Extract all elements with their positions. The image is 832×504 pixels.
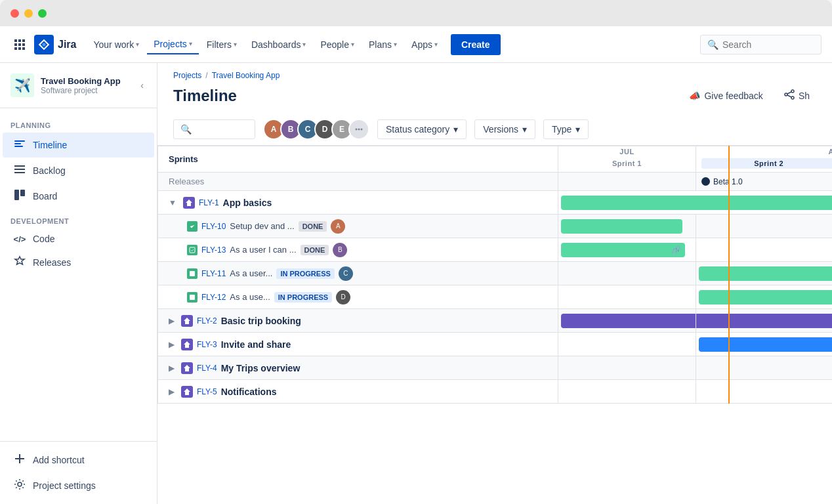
row-fly1: ▼ FLY-1 App basics [158,191,833,215]
fly1-expand-icon[interactable]: ▼ [169,198,177,207]
fly2-label-row: ▶ FLY-2 Basic trip booking [169,315,547,327]
chevron-icon: ▾ [136,41,139,48]
svg-rect-6 [14,47,17,50]
timeline-search[interactable]: 🔍 [173,119,255,139]
fly13-status: DONE [301,245,329,255]
fly10-key: FLY-10 [201,222,226,231]
share-button[interactable]: Sh [778,85,816,106]
nav-filters[interactable]: Filters ▾ [200,35,243,54]
sidebar-item-releases[interactable]: Releases [3,250,154,275]
close-button[interactable] [10,9,19,18]
project-header: ✈️ Travel Booking App Software project ‹ [0,63,157,108]
sidebar-item-project-settings[interactable]: Project settings [3,473,154,498]
fly1-epic-icon [183,197,195,209]
avatar-group-more[interactable] [348,119,369,140]
fly4-key: FLY-4 [197,364,217,373]
search-box[interactable]: 🔍 [700,35,822,54]
search-icon: 🔍 [180,124,192,135]
nav-dashboards[interactable]: Dashboards ▾ [245,35,313,54]
create-button[interactable]: Create [451,34,501,55]
nav-apps[interactable]: Apps ▾ [405,35,444,54]
breadcrumb-projects[interactable]: Projects [173,71,201,80]
sidebar-item-timeline[interactable]: Timeline [3,133,154,158]
fly11-avatar: C [339,266,353,281]
sidebar-item-backlog[interactable]: Backlog [3,158,154,183]
row-fly10: FLY-10 Setup dev and ... DONE A [158,215,833,238]
share-icon [784,89,795,102]
breadcrumb: Projects / Travel Booking App [157,63,832,83]
fly4-title: My Trips overview [221,363,301,373]
jira-logo-text: Jira [58,39,76,51]
type-filter[interactable]: Type ▾ [543,119,589,139]
filter-bar: 🔍 A B C D E Status category ▾ Versions [157,114,832,146]
sidebar-item-board[interactable]: Board [3,184,154,209]
timeline-container[interactable]: Sprints JUL Sprint 1 AUG [157,146,832,504]
backlog-icon [13,163,26,178]
nav-projects[interactable]: Projects ▾ [147,35,199,54]
timeline-icon [13,138,26,152]
svg-rect-10 [14,140,25,142]
jira-logo[interactable]: Jira [34,35,76,54]
give-feedback-button[interactable]: 📣 Give feedback [682,87,770,105]
svg-point-9 [43,43,46,46]
svg-rect-1 [18,39,21,42]
svg-point-28 [361,129,363,131]
svg-line-24 [787,92,791,94]
sprint-1-label: Sprint 1 [564,158,690,169]
add-shortcut-icon [13,453,26,467]
fly10-label-row: FLY-10 Setup dev and ... DONE A [187,219,547,234]
versions-filter[interactable]: Versions ▾ [474,119,535,139]
svg-point-20 [18,482,22,486]
grid-icon[interactable] [10,37,29,52]
jul-header: JUL Sprint 1 [558,146,696,173]
fly13-empty [696,238,833,262]
jira-logo-icon [34,35,54,54]
timeline-search-input[interactable] [196,125,248,135]
sidebar-collapse-button[interactable]: ‹ [138,77,146,93]
fly11-label-cell: FLY-11 As a user... IN PROGRESS C [158,262,558,285]
fly5-bar-aug [696,380,833,404]
svg-rect-4 [18,43,21,46]
sidebar-item-add-shortcut[interactable]: Add shortcut [3,448,154,472]
status-category-filter[interactable]: Status category ▾ [377,119,467,139]
top-navigation: Jira Your work ▾ Projects ▾ Filters ▾ Da… [0,26,832,63]
minimize-button[interactable] [24,9,33,18]
sprints-header: Sprints [158,146,558,173]
release-beta1: Beta 1.0 [701,177,832,186]
aug-header: AUG Sprint 2 Sprint 3 [696,146,833,173]
svg-point-23 [791,96,794,99]
nav-people[interactable]: People ▾ [314,35,361,54]
search-input[interactable] [722,39,814,50]
fly13-key: FLY-13 [201,245,226,255]
row-fly4: ▶ FLY-4 My Trips overview [158,356,833,380]
fly4-expand-icon[interactable]: ▶ [169,364,175,373]
avatar-group: A B C D E [263,119,369,140]
fly10-avatar: A [331,219,345,234]
development-section-label: DEVELOPMENT [0,209,157,228]
timeline-header: Sprints JUL Sprint 1 AUG [158,146,833,191]
fly2-expand-icon[interactable]: ▶ [169,316,175,326]
sprint-2-label: Sprint 2 [701,158,832,169]
fly3-epic-icon [181,339,193,350]
svg-rect-7 [18,47,21,50]
nav-your-work[interactable]: Your work ▾ [87,35,146,54]
maximize-button[interactable] [38,9,47,18]
fly5-expand-icon[interactable]: ▶ [169,387,175,396]
chevron-icon: ▾ [189,40,192,47]
releases-label: Releases [158,173,558,191]
month-row: Sprints JUL Sprint 1 AUG [158,146,833,173]
fly2-gantt-bar-right: 🔗 [696,314,832,328]
breadcrumb-project-name[interactable]: Travel Booking App [212,71,280,80]
nav-plans[interactable]: Plans ▾ [362,35,404,54]
chevron-icon: ▾ [234,41,237,48]
fly11-bar-aug: 🔗 [696,262,833,285]
breadcrumb-separator: / [205,71,207,80]
sidebar-item-code[interactable]: </> Code [3,228,154,249]
fly5-title: Notifications [221,387,277,397]
fly3-expand-icon[interactable]: ▶ [169,340,175,349]
page-title: Timeline [173,87,237,105]
row-fly11: FLY-11 As a user... IN PROGRESS C 🔗 [158,262,833,285]
fly10-title: Setup dev and ... [230,221,294,231]
row-fly13: FLY-13 As a user I can ... DONE B 🔗 [158,238,833,262]
svg-rect-11 [14,143,21,144]
